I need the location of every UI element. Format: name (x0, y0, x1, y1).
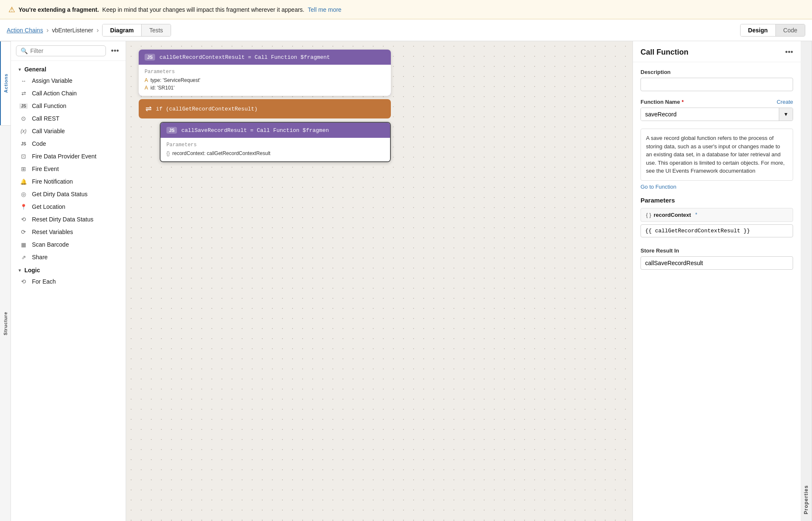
action-label: Call Variable (32, 128, 65, 134)
create-link[interactable]: Create (777, 99, 793, 105)
param-icon-2: A (145, 85, 148, 91)
reset-dirty-data-icon: ⟲ (19, 216, 28, 223)
description-label: Description (641, 69, 793, 75)
description-input[interactable] (641, 78, 793, 91)
param-obj-icon: {} (166, 150, 170, 156)
breadcrumb-action-chains[interactable]: Action Chains (7, 27, 43, 34)
design-code-group: Design Code (740, 24, 805, 37)
tab-diagram[interactable]: Diagram (103, 24, 142, 36)
for-each-icon: ⟲ (19, 278, 28, 285)
list-item[interactable]: (x) Call Variable (11, 125, 126, 137)
warning-link[interactable]: Tell me more (308, 6, 341, 13)
function-description-box: A save record global function refers to … (641, 129, 793, 181)
action-label: Share (32, 254, 47, 260)
store-result-input[interactable] (641, 256, 793, 270)
call-function-icon: JS (19, 103, 28, 109)
search-bar: 🔍 ••• (11, 41, 126, 61)
param-text-2: id: 'SR101' (150, 85, 174, 91)
node-call-function-2[interactable]: JS callSaveRecordResult = Call Function … (160, 122, 391, 162)
search-input[interactable] (30, 47, 101, 54)
list-item[interactable]: JS Code (11, 137, 126, 150)
panel-more-btn[interactable]: ••• (785, 48, 793, 57)
list-item[interactable]: ◎ Get Dirty Data Status (11, 188, 126, 200)
action-label: Fire Notification (32, 178, 73, 185)
if-text: if (callGetRecordContextResult) (156, 106, 258, 112)
function-name-label: Function Name * (641, 99, 684, 105)
list-item[interactable]: ⟲ Reset Dirty Data Status (11, 213, 126, 226)
warning-bar: ⚠ You're extending a fragment. Keep in m… (0, 0, 812, 19)
action-label: Scan Barcode (32, 241, 69, 248)
function-name-field-group: Function Name * Create saveRecord ▼ (641, 99, 793, 121)
more-actions-btn[interactable]: ••• (109, 47, 121, 55)
nav-bar: Action Chains › vbEnterListener › Diagra… (0, 19, 812, 41)
warning-bold: You're extending a fragment. (18, 6, 99, 13)
param-type-icon: { } (646, 212, 651, 218)
param-text-3: recordContext: callGetRecordContextResul… (172, 150, 270, 156)
diagram-content: JS callGetRecordContextResult = Call Fun… (139, 50, 391, 166)
action-label: Call Function (32, 103, 66, 109)
param-value-input[interactable] (641, 224, 793, 237)
list-item[interactable]: ⊞ Fire Event (11, 163, 126, 175)
function-name-select[interactable]: saveRecord (641, 108, 779, 121)
list-item[interactable]: ⟲ For Each (11, 275, 126, 288)
logic-section-label: Logic (24, 267, 40, 274)
code-icon: JS (19, 142, 28, 146)
diagram-tests-tabs: Diagram Tests (102, 24, 171, 37)
general-section-header[interactable]: ▼ General (11, 63, 126, 74)
search-input-wrap[interactable]: 🔍 (16, 45, 106, 56)
param-item: { } recordContext * (641, 208, 793, 222)
list-item[interactable]: ⊡ Fire Data Provider Event (11, 150, 126, 163)
main-layout: Actions Structure 🔍 ••• ▼ General ↔ (0, 41, 812, 521)
parameters-section: Parameters { } recordContext * (641, 197, 793, 240)
node-js-badge-2: JS (166, 127, 177, 134)
node-body-1: Parameters A type: 'ServiceRequest' A id… (139, 65, 391, 96)
right-panel-header: Call Function ••• (633, 41, 801, 62)
node-body-2: Parameters {} recordContext: callGetReco… (161, 138, 390, 161)
function-description-text: A save record global function refers to … (646, 135, 785, 174)
list-item[interactable]: ⊙ Call REST (11, 112, 126, 125)
node-js-badge-1: JS (145, 54, 155, 61)
tab-tests[interactable]: Tests (142, 24, 171, 36)
call-variable-icon: (x) (19, 128, 28, 134)
param-text-1: type: 'ServiceRequest' (150, 77, 200, 83)
properties-tab[interactable]: Properties (801, 41, 812, 521)
fire-event-icon: ⊞ (19, 166, 28, 172)
btn-design[interactable]: Design (741, 24, 776, 36)
params-label-1: Parameters (145, 69, 385, 75)
action-label: Call REST (32, 115, 59, 122)
warning-icon: ⚠ (8, 5, 15, 14)
node-title-2: callSaveRecordResult = Call Function $fr… (181, 127, 384, 134)
list-item[interactable]: ↔ Assign Variable (11, 74, 126, 87)
list-item[interactable]: 🔔 Fire Notification (11, 175, 126, 188)
actions-tab[interactable]: Actions (0, 41, 11, 125)
list-item[interactable]: 📍 Get Location (11, 200, 126, 213)
list-item[interactable]: ⇄ Call Action Chain (11, 87, 126, 100)
list-item[interactable]: ▦ Scan Barcode (11, 238, 126, 251)
required-marker: * (682, 99, 684, 105)
fire-notification-icon: 🔔 (19, 179, 28, 185)
scan-barcode-icon: ▦ (19, 242, 28, 248)
search-icon: 🔍 (21, 47, 28, 54)
btn-code[interactable]: Code (776, 24, 805, 36)
list-item[interactable]: ⇗ Share (11, 251, 126, 263)
function-select-chevron-icon[interactable]: ▼ (779, 108, 793, 121)
node-header-2: JS callSaveRecordResult = Call Function … (161, 123, 390, 138)
panel-title: Call Function (641, 48, 688, 57)
list-item[interactable]: JS Call Function (11, 100, 126, 112)
structure-tab[interactable]: Structure (0, 125, 11, 521)
goto-function-link[interactable]: Go to Function (641, 184, 676, 190)
params-label-2: Parameters (166, 142, 384, 148)
if-node[interactable]: ⇌ if (callGetRecordContextResult) (139, 99, 391, 118)
param-line-2: A id: 'SR101' (145, 84, 385, 92)
diagram-area: JS callGetRecordContextResult = Call Fun… (126, 41, 633, 521)
breadcrumb-separator-2: › (97, 26, 99, 34)
node-call-function-1[interactable]: JS callGetRecordContextResult = Call Fun… (139, 50, 391, 96)
list-item[interactable]: ⟳ Reset Variables (11, 226, 126, 238)
action-label: Call Action Chain (32, 90, 77, 97)
action-label: Fire Data Provider Event (32, 153, 96, 160)
logic-section-header[interactable]: ▼ Logic (11, 263, 126, 275)
general-section-label: General (24, 66, 46, 73)
store-result-field-group: Store Result In (641, 247, 793, 270)
breadcrumb-current: vbEnterListener (52, 27, 93, 34)
action-label: Fire Event (32, 166, 59, 172)
